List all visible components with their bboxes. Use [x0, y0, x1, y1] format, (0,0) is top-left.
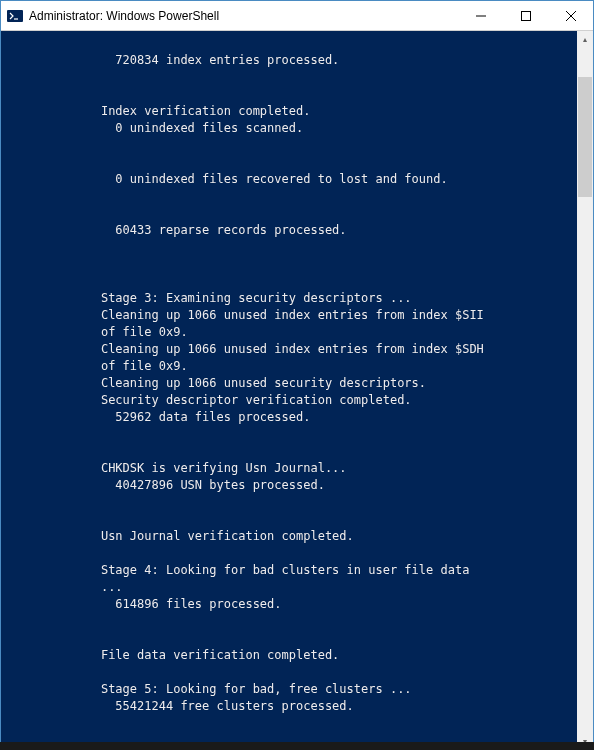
svg-rect-0	[7, 10, 23, 22]
taskbar-fragment	[0, 742, 594, 750]
scroll-track[interactable]	[577, 47, 593, 733]
powershell-icon	[7, 8, 23, 24]
scroll-thumb[interactable]	[578, 77, 592, 197]
minimize-button[interactable]	[458, 1, 503, 31]
titlebar[interactable]: Administrator: Windows PowerShell	[1, 1, 593, 31]
client-area: 720834 index entries processed. Index ve…	[1, 31, 593, 749]
vertical-scrollbar[interactable]: ▴ ▾	[577, 31, 593, 749]
svg-rect-1	[521, 11, 530, 20]
console-output[interactable]: 720834 index entries processed. Index ve…	[1, 31, 577, 749]
close-button[interactable]	[548, 1, 593, 31]
scroll-up-arrow[interactable]: ▴	[577, 31, 593, 47]
maximize-button[interactable]	[503, 1, 548, 31]
window-title: Administrator: Windows PowerShell	[29, 9, 219, 23]
powershell-window: Administrator: Windows PowerShell 720834…	[0, 0, 594, 750]
